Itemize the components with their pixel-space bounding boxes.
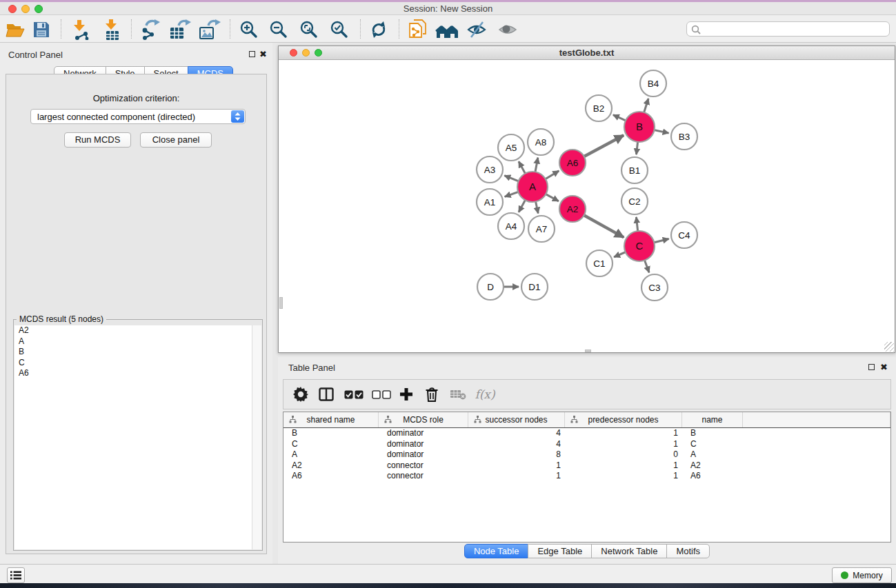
- svg-text:B3: B3: [679, 132, 690, 142]
- column-header-MCDS-role[interactable]: MCDS role: [379, 412, 468, 427]
- graph-node-C3[interactable]: C3: [641, 274, 668, 301]
- graph-node-A5[interactable]: A5: [498, 134, 524, 161]
- list-scrollbar[interactable]: [252, 325, 261, 549]
- save-session-icon[interactable]: [30, 18, 53, 41]
- graph-node-B2[interactable]: B2: [586, 95, 612, 121]
- graph-node-C[interactable]: C: [624, 231, 655, 261]
- add-column-icon[interactable]: [394, 380, 419, 409]
- table-row[interactable]: Cdominator41C: [283, 439, 890, 450]
- mcds-result-item[interactable]: B: [14, 347, 261, 358]
- graph-node-A3[interactable]: A3: [477, 156, 503, 183]
- mcds-result-item[interactable]: C: [14, 358, 261, 369]
- export-table-icon[interactable]: [168, 18, 192, 41]
- column-header-empty[interactable]: [743, 412, 890, 427]
- graph-node-B4[interactable]: B4: [640, 70, 666, 97]
- network-resize-grip[interactable]: [884, 342, 894, 352]
- show-all-icon[interactable]: [496, 18, 519, 41]
- mcds-result-item[interactable]: A2: [14, 325, 261, 336]
- column-header-name[interactable]: name: [682, 412, 743, 427]
- svg-text:C4: C4: [678, 230, 690, 241]
- mcds-result-item[interactable]: A: [14, 336, 261, 347]
- export-image-icon[interactable]: [198, 18, 221, 41]
- function-builder-icon[interactable]: f(x): [472, 380, 497, 409]
- hide-selected-icon[interactable]: [465, 18, 488, 41]
- table-cell: 4: [468, 428, 565, 439]
- export-network-icon[interactable]: [139, 18, 162, 41]
- mcds-result-item[interactable]: A6: [14, 368, 261, 379]
- home-icon[interactable]: [435, 18, 459, 41]
- mcds-result-list[interactable]: A2ABCA6: [14, 325, 261, 549]
- tab-edge-table[interactable]: Edge Table: [528, 544, 592, 558]
- tab-node-table[interactable]: Node Table: [464, 544, 529, 558]
- graph-node-C4[interactable]: C4: [671, 222, 697, 248]
- column-layout-icon[interactable]: [314, 380, 339, 409]
- network-hscroll-thumb[interactable]: [585, 349, 591, 352]
- table-cell: 1: [565, 428, 682, 439]
- graph-node-A4[interactable]: A4: [498, 213, 524, 239]
- deselect-all-checks-icon[interactable]: [369, 380, 394, 409]
- table-row[interactable]: Adominator80A: [283, 449, 890, 460]
- memory-button[interactable]: Memory: [832, 567, 892, 583]
- open-session-icon[interactable]: [3, 18, 27, 41]
- graph-node-C1[interactable]: C1: [586, 250, 613, 276]
- float-table-panel-icon[interactable]: [868, 364, 875, 370]
- table-cell: 1: [565, 439, 682, 450]
- close-panel-icon[interactable]: ✖: [259, 50, 267, 59]
- float-panel-icon[interactable]: [249, 51, 255, 57]
- close-table-panel-icon[interactable]: ✖: [880, 363, 888, 372]
- status-bar: Memory: [0, 564, 896, 583]
- table-row[interactable]: Bdominator41B: [283, 428, 890, 439]
- table-cell: 1: [468, 471, 565, 482]
- graph-node-D1[interactable]: D1: [521, 274, 548, 300]
- svg-text:C2: C2: [628, 196, 640, 207]
- criterion-select[interactable]: largest connected component (directed): [30, 109, 246, 124]
- network-vscroll-thumb[interactable]: [279, 297, 283, 309]
- network-window-title: testGlobe.txt: [279, 48, 895, 58]
- svg-text:A: A: [529, 181, 536, 192]
- search-input[interactable]: [704, 23, 886, 35]
- table-cell: 4: [468, 439, 565, 450]
- import-network-icon[interactable]: [70, 18, 93, 41]
- graph-node-D[interactable]: D: [477, 274, 504, 300]
- network-canvas[interactable]: B4B2BB3B1A5A8A6A3AA1A2C2A4A7C4CC1C3DD1: [279, 60, 895, 352]
- graph-node-A6[interactable]: A6: [559, 150, 586, 176]
- graph-node-A7[interactable]: A7: [528, 216, 555, 242]
- delete-table-icon[interactable]: [446, 380, 470, 409]
- table-row[interactable]: A6connector11A6: [283, 471, 890, 482]
- table-cell: 1: [468, 460, 565, 472]
- table-cell: A6: [682, 471, 743, 482]
- table-cell: 1: [565, 460, 682, 472]
- settings-gear-icon[interactable]: [288, 380, 313, 409]
- graph-node-C2[interactable]: C2: [621, 188, 648, 214]
- tab-network-table[interactable]: Network Table: [591, 544, 667, 558]
- graph-node-B1[interactable]: B1: [621, 157, 648, 183]
- import-table-icon[interactable]: [101, 18, 124, 41]
- refresh-icon[interactable]: [367, 18, 390, 41]
- select-all-checks-icon[interactable]: [341, 380, 366, 409]
- zoom-out-icon[interactable]: [267, 18, 290, 41]
- column-header-successor-nodes[interactable]: successor nodes: [468, 412, 565, 427]
- graph-node-A8[interactable]: A8: [528, 129, 554, 155]
- close-panel-button[interactable]: Close panel: [140, 132, 212, 148]
- table-cell: A2: [682, 460, 743, 472]
- network-window-titlebar[interactable]: testGlobe.txt: [279, 46, 895, 60]
- table-row[interactable]: A2connector11A2: [283, 460, 890, 472]
- tab-motifs[interactable]: Motifs: [666, 544, 710, 558]
- graph-node-B3[interactable]: B3: [671, 123, 697, 150]
- zoom-in-icon[interactable]: [237, 18, 261, 41]
- new-session-from-network-icon[interactable]: [406, 18, 430, 41]
- graph-node-A[interactable]: A: [517, 172, 548, 202]
- task-history-button[interactable]: [7, 567, 25, 583]
- control-panel-title: Control Panel: [8, 50, 63, 60]
- graph-node-A1[interactable]: A1: [477, 189, 503, 215]
- delete-column-trash-icon[interactable]: [419, 380, 444, 409]
- graph-node-A2[interactable]: A2: [559, 196, 586, 222]
- svg-text:A3: A3: [484, 165, 496, 175]
- zoom-fit-icon[interactable]: [297, 18, 321, 41]
- zoom-selected-icon[interactable]: [328, 18, 351, 41]
- graph-node-B[interactable]: B: [624, 112, 655, 142]
- column-header-shared-name[interactable]: shared name: [283, 412, 379, 427]
- column-header-predecessor-nodes[interactable]: predecessor nodes: [565, 412, 682, 427]
- search-field[interactable]: [686, 21, 890, 37]
- run-mcds-button[interactable]: Run MCDS: [64, 132, 131, 148]
